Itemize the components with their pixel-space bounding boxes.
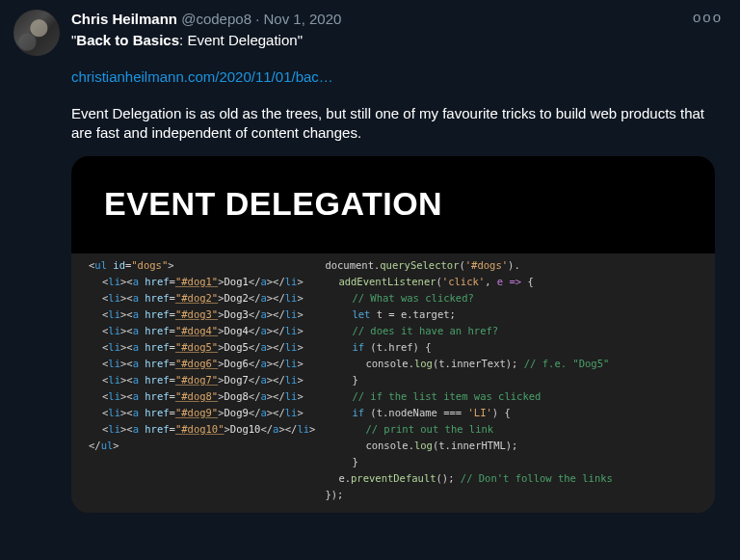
card-hero-title: EVENT DELEGATION: [71, 156, 715, 253]
author-separator: ·: [251, 11, 264, 27]
tweet-body-column: Chris Heilmann @codepo8 · Nov 1, 2020 oo…: [71, 10, 727, 513]
author-handle: @codepo8: [181, 11, 251, 27]
tweet-header: Chris Heilmann @codepo8 · Nov 1, 2020 oo…: [71, 10, 727, 29]
embedded-image-card[interactable]: EVENT DELEGATION <ul id="dogs"> <li><a h…: [71, 156, 715, 513]
tweet-title: "Back to Basics: Event Delegation": [71, 31, 727, 50]
tweet-text: Event Delegation is as old as the trees,…: [71, 104, 727, 143]
external-link[interactable]: christianheilmann.com/2020/11/01/bac…: [71, 68, 333, 85]
tweet-link-line: christianheilmann.com/2020/11/01/bac…: [71, 67, 727, 87]
code-area: <ul id="dogs"> <li><a href="#dog1">Dog1<…: [71, 253, 715, 513]
code-block-js: document.querySelector('#dogs'). addEven…: [325, 257, 707, 503]
tweet-container: Chris Heilmann @codepo8 · Nov 1, 2020 oo…: [0, 0, 740, 513]
author-display-name: Chris Heilmann: [71, 11, 177, 27]
more-options-button[interactable]: ooo: [689, 10, 727, 25]
tweet-date: Nov 1, 2020: [264, 11, 342, 27]
code-block-html: <ul id="dogs"> <li><a href="#dog1">Dog1<…: [89, 257, 315, 503]
title-bold-part: Back to Basics: [76, 32, 179, 48]
title-rest: : Event Delegation": [179, 32, 303, 48]
avatar[interactable]: [13, 10, 60, 56]
author-line[interactable]: Chris Heilmann @codepo8 · Nov 1, 2020: [71, 10, 341, 29]
